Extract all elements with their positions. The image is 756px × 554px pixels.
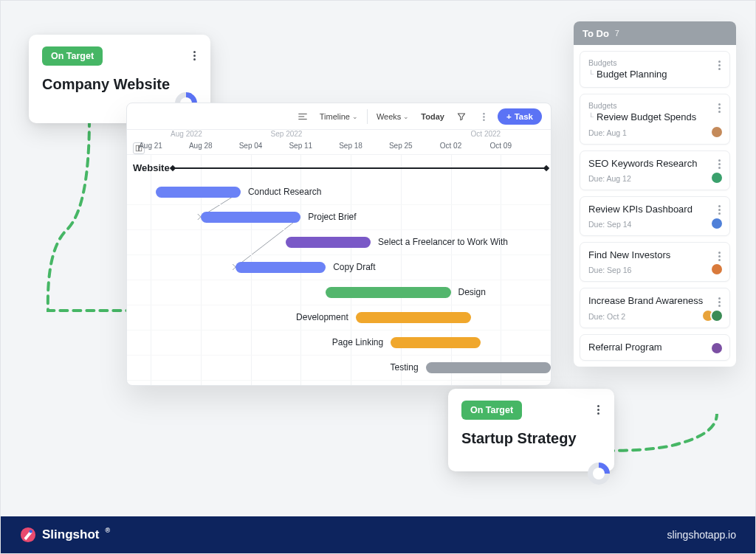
status-card-startup-strategy[interactable]: On Target Startup Strategy [448, 389, 614, 471]
gantt-bar[interactable] [201, 212, 301, 223]
collapse-icon[interactable] [295, 108, 311, 125]
more-icon[interactable] [713, 294, 725, 309]
todo-header[interactable]: To Do 7 [574, 21, 736, 45]
gantt-task-row: Design [127, 280, 551, 305]
todo-title: Find New Investors [588, 249, 670, 261]
gantt-day-label: Oct 02 [440, 142, 461, 150]
todo-card[interactable]: Find New InvestorsDue: Sep 16 [580, 242, 730, 282]
today-button[interactable]: Today [418, 111, 447, 122]
todo-category: Budgets [588, 58, 722, 67]
gantt-day-label: Sep 25 [389, 142, 413, 150]
gantt-task-row: Conduct Research [127, 180, 551, 205]
avatar [710, 171, 724, 184]
gantt-bar-label: Copy Draft [333, 262, 375, 272]
avatar-row [701, 309, 724, 322]
todo-title: Budget Planning [597, 69, 667, 80]
progress-donut-icon [588, 463, 610, 485]
gantt-day-label: Aug 21 [139, 142, 162, 150]
more-icon[interactable] [713, 249, 725, 263]
todo-title: SEO Keywords Research [588, 158, 697, 170]
gantt-task-row: Copy Draft [127, 255, 551, 280]
avatar-row [710, 217, 724, 230]
gantt-grid[interactable]: WebsiteConduct ResearchProject BriefSele… [127, 155, 551, 385]
gantt-bar[interactable] [236, 262, 326, 273]
gantt-day-row: Aug 21Aug 28Sep 04Sep 11Sep 18Sep 25Oct … [127, 142, 551, 155]
gantt-section-line [173, 167, 546, 169]
gantt-task-row: Development [127, 305, 551, 330]
plus-icon: + [506, 112, 512, 121]
avatar-row [710, 125, 724, 139]
gantt-bar-label: Development [296, 312, 348, 322]
status-badge: On Target [42, 46, 103, 66]
gantt-day-label: Sep 04 [239, 142, 263, 150]
avatar [710, 342, 724, 355]
gantt-bar[interactable] [356, 312, 471, 323]
todo-header-label: To Do [583, 28, 609, 39]
hierarchy-icon: └ [588, 111, 594, 123]
gantt-bar[interactable] [156, 187, 241, 198]
more-icon[interactable] [713, 157, 725, 172]
today-label: Today [421, 112, 444, 121]
more-icon[interactable] [592, 402, 604, 417]
avatar-row [710, 171, 724, 184]
more-icon[interactable] [713, 100, 725, 115]
todo-title: Review KPIs Dashboard [588, 204, 693, 215]
todo-card[interactable]: SEO Keywords ResearchDue: Aug 12 [580, 150, 730, 190]
avatar-row [710, 342, 724, 355]
todo-card[interactable]: Budgets└Review Budget SpendsDue: Aug 1 [580, 94, 730, 144]
footer-url: slingshotapp.io [667, 529, 736, 541]
view-select-timeline[interactable]: Timeline⌄ [317, 111, 361, 122]
gantt-bar[interactable] [391, 337, 481, 348]
avatar [710, 125, 724, 139]
todo-card[interactable]: Referral Program [580, 334, 730, 361]
avatar [710, 263, 724, 276]
gantt-bar[interactable] [286, 237, 371, 248]
gantt-section-title: Website [133, 162, 170, 173]
gantt-bar-label: Testing [391, 362, 419, 373]
todo-list: Budgets└Budget PlanningBudgets└Review Bu… [574, 45, 736, 367]
svg-rect-0 [136, 145, 138, 151]
more-icon[interactable] [713, 203, 725, 218]
gantt-bar-label: Design [458, 287, 486, 297]
todo-due: Due: Sep 16 [588, 266, 722, 274]
todo-card[interactable]: Increase Brand AwarenessDue: Oct 2 [580, 288, 730, 328]
gantt-task-row: Testing [127, 356, 551, 381]
gantt-section-row: Website [127, 155, 551, 180]
scale-select-label: Weeks [377, 112, 401, 121]
more-icon[interactable] [713, 58, 725, 72]
gantt-day-label: Sep 18 [339, 142, 362, 150]
add-task-label: Task [515, 112, 533, 121]
gantt-bar[interactable] [426, 362, 551, 373]
more-icon[interactable] [188, 48, 200, 63]
todo-category: Budgets [588, 101, 722, 110]
todo-panel: To Do 7 Budgets└Budget PlanningBudgets└R… [574, 21, 736, 367]
brand-logo-icon [20, 527, 36, 543]
gantt-month-row: Aug 2022Sep 2022Oct 2022 [127, 130, 551, 142]
gantt-bar-label: Select a Freelancer to Work With [378, 237, 508, 247]
gantt-month-label: Aug 2022 [171, 130, 202, 138]
gantt-bar-label: Conduct Research [248, 187, 321, 197]
gantt-task-row: Page Linking [127, 330, 551, 356]
add-task-button[interactable]: + Task [498, 108, 542, 125]
avatar [710, 217, 724, 230]
todo-card[interactable]: Review KPIs DashboardDue: Sep 14 [580, 196, 730, 236]
divider [367, 109, 368, 124]
avatar [710, 309, 724, 322]
todo-due: Due: Aug 1 [588, 128, 722, 137]
gantt-panel: Timeline⌄ Weeks⌄ Today + Task Aug 2022Se… [126, 103, 551, 386]
filter-icon[interactable] [453, 108, 470, 125]
todo-due: Due: Sep 14 [588, 220, 722, 229]
gantt-bar-label: Project Brief [308, 212, 356, 222]
gantt-month-label: Oct 2022 [471, 130, 501, 138]
gantt-bar-label: Page Linking [332, 337, 383, 347]
todo-count: 7 [615, 29, 619, 38]
brand-name: Slingshot [42, 527, 99, 542]
todo-card[interactable]: Budgets└Budget Planning [580, 51, 730, 88]
gantt-toolbar: Timeline⌄ Weeks⌄ Today + Task [127, 103, 551, 130]
scale-select-weeks[interactable]: Weeks⌄ [374, 111, 412, 122]
connector-right [606, 414, 732, 480]
gantt-day-label: Sep 11 [289, 142, 312, 150]
avatar-row [710, 263, 724, 276]
more-icon[interactable] [475, 108, 492, 125]
gantt-bar[interactable] [326, 287, 450, 298]
